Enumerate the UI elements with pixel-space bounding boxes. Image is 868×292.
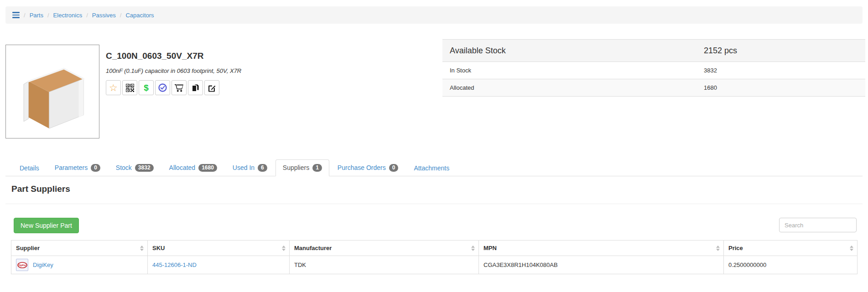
- tab-badge: 1680: [198, 164, 217, 172]
- breadcrumb-item-parts[interactable]: Parts: [30, 12, 43, 19]
- page-title: Part Suppliers: [11, 184, 70, 194]
- supplier-cell: DigiKey DigiKey: [11, 256, 148, 274]
- column-header-sku[interactable]: SKU: [148, 241, 290, 256]
- breadcrumb-item-passives[interactable]: Passives: [92, 12, 116, 19]
- sku-link[interactable]: 445-12606-1-ND: [152, 261, 197, 268]
- tab-label: Suppliers: [283, 164, 309, 171]
- column-header-manufacturer[interactable]: Manufacturer: [290, 241, 479, 256]
- cart-icon: [175, 84, 183, 92]
- column-header-price[interactable]: Price: [724, 241, 858, 256]
- tab-badge: 0: [389, 164, 399, 172]
- in-stock-label: In Stock: [442, 67, 704, 74]
- new-supplier-part-button[interactable]: New Supplier Part: [14, 218, 79, 233]
- part-image[interactable]: [5, 45, 99, 138]
- tab-used-in[interactable]: Used In 6: [225, 159, 275, 176]
- breadcrumb: / Parts / Electronics / Passives / Capac…: [5, 6, 863, 24]
- sort-icon: [471, 246, 475, 251]
- tab-label: Parameters: [55, 164, 88, 171]
- mpn-cell: CGA3E3X8R1H104K080AB: [479, 256, 724, 274]
- supplier-link[interactable]: DigiKey: [33, 261, 53, 268]
- sort-icon: [716, 246, 720, 251]
- sort-icon: [140, 246, 144, 251]
- star-icon: ☆: [109, 83, 118, 92]
- qr-code-icon: [126, 84, 134, 92]
- stock-row-in-stock: In Stock 3832: [442, 62, 865, 79]
- allocated-label: Allocated: [442, 84, 704, 91]
- stock-panel: Available Stock 2152 pcs In Stock 3832 A…: [442, 39, 865, 97]
- breadcrumb-separator: /: [120, 12, 122, 19]
- suppliers-table: Supplier SKU Manufacturer MPN Price: [11, 240, 858, 274]
- part-title: C_100N_0603_50V_X7R: [106, 51, 203, 61]
- column-label: MPN: [483, 245, 497, 251]
- tab-label: Allocated: [169, 164, 196, 171]
- tab-stock[interactable]: Stock 3832: [109, 159, 161, 176]
- dollar-icon: $: [144, 83, 149, 92]
- breadcrumb-item-capacitors[interactable]: Capacitors: [125, 12, 154, 19]
- column-label: Price: [728, 245, 743, 251]
- duplicate-part-button[interactable]: [188, 80, 203, 95]
- breadcrumb-separator: /: [86, 12, 88, 19]
- edit-icon: [208, 84, 216, 92]
- column-label: Supplier: [16, 245, 40, 251]
- section-divider: [5, 204, 863, 204]
- list-icon[interactable]: [12, 12, 20, 18]
- svg-text:DigiKey: DigiKey: [18, 264, 26, 266]
- tab-suppliers[interactable]: Suppliers 1: [275, 159, 329, 176]
- tab-badge: 0: [91, 164, 100, 172]
- column-label: Manufacturer: [294, 245, 332, 251]
- table-header-row: Supplier SKU Manufacturer MPN Price: [11, 241, 858, 256]
- search-input[interactable]: [779, 218, 857, 232]
- tab-label: Purchase Orders: [338, 164, 386, 171]
- add-to-cart-button[interactable]: [172, 80, 187, 95]
- table-row[interactable]: DigiKey DigiKey 445-12606-1-ND TDK CGA3E…: [11, 256, 858, 274]
- breadcrumb-item-electronics[interactable]: Electronics: [53, 12, 83, 19]
- stock-row-allocated: Allocated 1680: [442, 79, 865, 97]
- tab-badge: 3832: [135, 164, 154, 172]
- price-cell: 0.2500000000: [724, 256, 858, 274]
- digikey-logo-icon: DigiKey: [17, 262, 27, 268]
- stock-panel-header: Available Stock 2152 pcs: [442, 39, 865, 62]
- tab-label: Used In: [233, 164, 255, 171]
- tab-attachments[interactable]: Attachments: [406, 160, 457, 176]
- allocated-value: 1680: [704, 84, 865, 91]
- in-stock-value: 3832: [704, 67, 865, 74]
- tab-badge: 6: [258, 164, 267, 172]
- breadcrumb-separator: /: [47, 12, 49, 19]
- tab-badge: 1: [312, 164, 322, 172]
- part-description: 100nF (0.1uF) capacitor in 0603 footprin…: [106, 67, 241, 74]
- tab-label: Details: [20, 164, 39, 172]
- copy-icon: [192, 84, 200, 92]
- sort-icon: [282, 246, 286, 251]
- tab-details[interactable]: Details: [12, 160, 47, 176]
- manufacturer-cell: TDK: [290, 256, 479, 274]
- sku-cell: 445-12606-1-ND: [148, 256, 290, 274]
- tab-label: Stock: [116, 164, 132, 171]
- breadcrumb-separator: /: [24, 12, 26, 19]
- qr-code-button[interactable]: [122, 80, 137, 95]
- favorite-star-button[interactable]: ☆: [106, 80, 121, 95]
- available-stock-value: 2152 pcs: [704, 46, 865, 56]
- pricing-dollar-button[interactable]: $: [139, 80, 154, 95]
- part-action-toolbar: ☆ $: [106, 80, 219, 95]
- tab-label: Attachments: [414, 164, 449, 172]
- column-label: SKU: [152, 245, 165, 251]
- edit-part-button[interactable]: [204, 80, 219, 95]
- tab-allocated[interactable]: Allocated 1680: [162, 159, 224, 176]
- status-check-button[interactable]: [155, 80, 170, 95]
- sort-icon: [850, 246, 853, 251]
- column-header-supplier[interactable]: Supplier: [11, 241, 148, 256]
- tab-purchase-orders[interactable]: Purchase Orders 0: [330, 159, 406, 176]
- part-tabs: Details Parameters 0 Stock 3832 Allocate…: [5, 160, 863, 176]
- capacitor-render: [11, 51, 94, 133]
- tab-parameters[interactable]: Parameters 0: [47, 159, 108, 176]
- column-header-mpn[interactable]: MPN: [479, 241, 724, 256]
- check-circle-icon: [158, 83, 167, 92]
- available-stock-label: Available Stock: [442, 46, 704, 56]
- supplier-logo-thumbnail[interactable]: DigiKey: [16, 259, 28, 271]
